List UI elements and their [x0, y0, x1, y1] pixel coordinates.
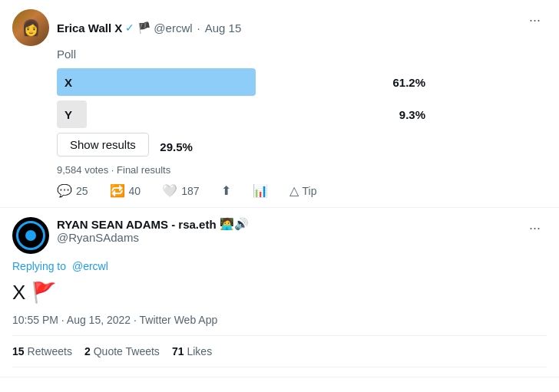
quotes-label: Quote Tweets	[94, 345, 160, 357]
verified-icon: ✓	[125, 21, 134, 34]
poll-option-x: X 61.2%	[57, 68, 425, 96]
avatar-rsa-inner	[16, 221, 45, 250]
poll-option-x-label: X	[57, 76, 72, 89]
tweet2-more-button[interactable]: ···	[523, 217, 547, 239]
bar-chart-icon: 📊	[253, 183, 268, 198]
tweet2-timestamp: 10:55 PM · Aug 15, 2022 · Twitter Web Ap…	[12, 314, 547, 326]
avatar-rsa[interactable]	[12, 217, 49, 254]
poll-bar-x	[57, 68, 256, 96]
rsa-name-row: RYAN SEAN ADAMS - rsa.eth 🧑‍💻🔊	[57, 217, 249, 231]
avatar-erica-image: 👩	[12, 9, 49, 46]
poll-bar-x-container: X	[57, 68, 382, 96]
like-action[interactable]: 🤍 187	[162, 183, 199, 198]
share-action[interactable]: ⬆	[221, 183, 231, 198]
tweet1-more-button[interactable]: ···	[523, 9, 547, 31]
poll-option-y-label: Y	[57, 108, 72, 121]
show-results-percent: 29.5%	[158, 140, 193, 153]
tweet-1-header-left: 👩 Erica Wall X ✓ 🏴 @ercwl · Aug 15	[12, 9, 241, 46]
retweet-icon: 🔁	[110, 183, 125, 198]
quotes-stat[interactable]: 2 Quote Tweets	[84, 345, 160, 357]
reply-to-line: Replying to @ercwl	[12, 260, 547, 272]
tweet2-header-left: RYAN SEAN ADAMS - rsa.eth 🧑‍💻🔊 @RyanSAda…	[12, 217, 249, 254]
retweets-count: 15	[12, 345, 25, 357]
rsa-icons: 🧑‍💻🔊	[220, 217, 249, 231]
erica-name[interactable]: Erica Wall X	[57, 21, 122, 35]
tweet2-header: RYAN SEAN ADAMS - rsa.eth 🧑‍💻🔊 @RyanSAda…	[12, 217, 547, 254]
retweet-count: 40	[129, 185, 141, 197]
likes-stat[interactable]: 71 Likes	[172, 345, 212, 357]
user-info-erica: Erica Wall X ✓ 🏴 @ercwl · Aug 15	[57, 21, 241, 35]
retweets-label: Retweets	[28, 345, 72, 357]
tip-icon: △	[289, 183, 299, 198]
likes-count: 71	[172, 345, 184, 357]
avatar-erica[interactable]: 👩	[12, 9, 49, 46]
tweet-1-header: 👩 Erica Wall X ✓ 🏴 @ercwl · Aug 15 ···	[12, 9, 547, 46]
tweet-2: RYAN SEAN ADAMS - rsa.eth 🧑‍💻🔊 @RyanSAda…	[0, 208, 559, 377]
poll-meta: 9,584 votes · Final results	[57, 164, 425, 176]
avatar-rsa-dot	[25, 230, 36, 241]
poll-option-x-percent: 61.2%	[391, 76, 425, 89]
rsa-name[interactable]: RYAN SEAN ADAMS - rsa.eth	[57, 218, 217, 231]
show-results-button[interactable]: Show results	[57, 133, 149, 156]
poll-option-y: Y 9.3%	[57, 100, 425, 128]
likes-label: Likes	[187, 345, 212, 357]
tip-action[interactable]: △ Tip	[289, 183, 317, 198]
replying-to-label: Replying to	[12, 260, 66, 272]
retweets-stat[interactable]: 15 Retweets	[12, 345, 72, 357]
heart-icon: 🤍	[162, 183, 177, 198]
reply-count: 25	[76, 185, 88, 197]
reply-action[interactable]: 💬 25	[57, 183, 88, 198]
dot-sep: ·	[197, 21, 200, 35]
tweet1-date: Aug 15	[205, 21, 242, 35]
rsa-handle[interactable]: @RyanSAdams	[57, 231, 249, 244]
replying-to-handle[interactable]: @ercwl	[72, 260, 108, 272]
flag-icon: 🏴	[137, 21, 150, 34]
retweet-action[interactable]: 🔁 40	[110, 183, 141, 198]
quotes-count: 2	[84, 345, 91, 357]
tweet2-content: X 🚩	[12, 280, 547, 306]
stats-row: 15 Retweets 2 Quote Tweets 71 Likes	[12, 335, 547, 367]
poll-option-y-percent: 9.3%	[391, 108, 425, 121]
poll-container: X 61.2% Y 9.3% Show results 29.5% 9,584 …	[57, 68, 425, 176]
tweet1-actions: 💬 25 🔁 40 🤍 187 ⬆ 📊 △ Tip	[57, 183, 547, 198]
erica-handle[interactable]: @ercwl	[154, 21, 192, 35]
like-count: 187	[181, 185, 199, 197]
show-results-row: Show results 29.5%	[57, 133, 425, 161]
tweet-1: 👩 Erica Wall X ✓ 🏴 @ercwl · Aug 15 ··· P…	[0, 0, 559, 208]
rsa-user-info: RYAN SEAN ADAMS - rsa.eth 🧑‍💻🔊 @RyanSAda…	[57, 217, 249, 244]
reply-icon: 💬	[57, 183, 72, 198]
share-icon: ⬆	[221, 183, 231, 198]
analytics-action[interactable]: 📊	[253, 183, 268, 198]
tip-label: Tip	[303, 185, 317, 197]
user-name-row-erica: Erica Wall X ✓ 🏴 @ercwl · Aug 15	[57, 21, 241, 35]
poll-bar-y-container: Y	[57, 100, 382, 128]
tweet1-type-label: Poll	[57, 48, 547, 61]
